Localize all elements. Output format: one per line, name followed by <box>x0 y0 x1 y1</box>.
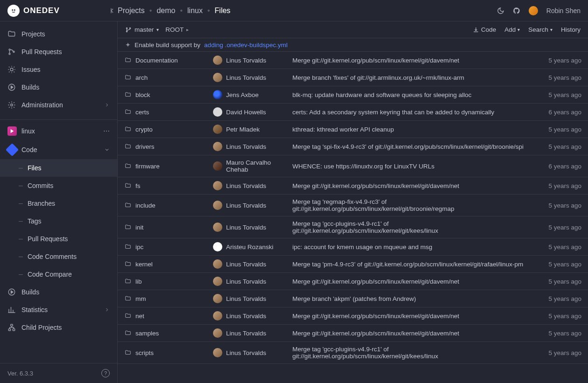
commit-time: 5 years ago <box>537 216 588 238</box>
file-table: Documentation Linus Torvalds Merge git:/… <box>118 52 588 364</box>
sidebar-item-projects[interactable]: Projects <box>0 25 117 43</box>
commit-message-link[interactable]: WHENCE: use https://linuxtv.org for Linu… <box>292 163 434 170</box>
history-button[interactable]: History <box>561 26 581 33</box>
folder-icon <box>124 313 132 319</box>
commit-time: 5 years ago <box>537 52 588 69</box>
author-link[interactable]: Linus Torvalds <box>213 201 279 210</box>
folder-link[interactable]: drivers <box>124 143 200 150</box>
commit-message-link[interactable]: Merge git://git.kernel.org/pub/scm/linux… <box>292 278 459 285</box>
sidebar-item-files[interactable]: – Files <box>0 159 117 177</box>
folder-icon <box>124 182 132 189</box>
author-link[interactable]: Linus Torvalds <box>213 277 279 286</box>
add-button[interactable]: Add ▾ <box>504 26 520 33</box>
breadcrumb-demo[interactable]: demo <box>156 7 175 15</box>
commit-message-link[interactable]: Merge git://git.kernel.org/pub/scm/linux… <box>292 182 459 189</box>
user-name[interactable]: Robin Shen <box>546 7 581 14</box>
commit-message-link[interactable]: Merge tag 'gcc-plugins-v4.9-rc1' of git:… <box>292 220 438 234</box>
folder-link[interactable]: certs <box>124 109 200 116</box>
commit-message-link[interactable]: Merge tag 'pm-4.9-rc3' of git://git.kern… <box>292 261 523 268</box>
commit-message-link[interactable]: Merge git://git.kernel.org/pub/scm/linux… <box>292 313 459 320</box>
sidebar-toggle-icon[interactable] <box>106 5 118 16</box>
folder-link[interactable]: crypto <box>124 126 200 133</box>
github-icon[interactable] <box>513 7 520 14</box>
folder-link[interactable]: samples <box>124 330 200 337</box>
bug-icon <box>7 65 16 74</box>
commit-message-link[interactable]: Merge tag 'regmap-fix-v4.9-rc3' of git:/… <box>292 198 454 212</box>
author-link[interactable]: Petr Mladek <box>213 125 279 134</box>
author-link[interactable]: Aristeu Rozanski <box>213 242 279 251</box>
commit-message-link[interactable]: Merge branch 'akpm' (patches from Andrew… <box>292 295 416 302</box>
branch-selector[interactable]: master ▾ <box>125 26 159 33</box>
author-link[interactable]: Linus Torvalds <box>213 56 279 65</box>
commit-message-link[interactable]: certs: Add a secondary system keyring th… <box>292 109 494 116</box>
folder-link[interactable]: scripts <box>124 349 200 356</box>
user-avatar[interactable] <box>529 6 538 15</box>
download-code-button[interactable]: Code <box>473 26 496 33</box>
chevron-down-icon: ▾ <box>156 27 159 32</box>
brand-logo[interactable] <box>7 5 20 17</box>
folder-link[interactable]: ipc <box>124 244 200 251</box>
folder-link[interactable]: fs <box>124 182 200 189</box>
author-link[interactable]: Linus Torvalds <box>213 311 279 320</box>
sidebar-item-builds[interactable]: Builds <box>0 78 117 96</box>
folder-link[interactable]: Documentation <box>124 57 200 64</box>
folder-link[interactable]: mm <box>124 295 200 302</box>
add-buildspec-link[interactable]: adding .onedev-buildspec.yml <box>204 42 288 49</box>
breadcrumb-linux[interactable]: linux <box>187 7 203 15</box>
author-link[interactable]: Linus Torvalds <box>213 348 279 357</box>
author-link[interactable]: Linus Torvalds <box>213 328 279 338</box>
author-link[interactable]: Jens Axboe <box>213 90 279 99</box>
theme-toggle-icon[interactable] <box>497 7 504 14</box>
author-link[interactable]: Linus Torvalds <box>213 73 279 82</box>
author-link[interactable]: Linus Torvalds <box>213 259 279 269</box>
folder-icon <box>124 278 132 285</box>
project-more-icon[interactable]: ⋯ <box>103 127 110 135</box>
folder-link[interactable]: lib <box>124 278 200 285</box>
author-link[interactable]: Mauro Carvalho Chehab <box>213 159 279 173</box>
sidebar-item-code-comments[interactable]: – Code Comments <box>0 248 117 265</box>
folder-icon <box>124 57 132 63</box>
folder-icon <box>124 143 132 150</box>
commit-message-link[interactable]: Merge tag 'gcc-plugins-v4.9-rc1' of git:… <box>292 346 438 360</box>
sidebar-code-header[interactable]: Code <box>0 140 117 159</box>
sidebar-item-statistics[interactable]: Statistics <box>0 301 117 319</box>
folder-link[interactable]: arch <box>124 74 200 81</box>
commit-message-link[interactable]: Merge git://git.kernel.org/pub/scm/linux… <box>292 330 459 337</box>
breadcrumb-projects[interactable]: Projects <box>118 7 145 15</box>
svg-point-0 <box>10 7 17 14</box>
sidebar-item-issues[interactable]: Issues <box>0 61 117 78</box>
sidebar-item-code-compare[interactable]: – Code Compare <box>0 265 117 283</box>
commit-time: 5 years ago <box>537 69 588 86</box>
commit-message-link[interactable]: Merge branch 'fixes' of git://git.armlin… <box>292 74 464 81</box>
path-root[interactable]: ROOT ▸ <box>165 26 189 33</box>
sidebar-item-builds[interactable]: Builds <box>0 283 117 301</box>
commit-message-link[interactable]: blk-mq: update hardware and software que… <box>292 91 471 98</box>
sidebar-item-branches[interactable]: – Branches <box>0 195 117 212</box>
folder-link[interactable]: init <box>124 224 200 231</box>
folder-link[interactable]: include <box>124 202 200 209</box>
commit-message-link[interactable]: Merge git://git.kernel.org/pub/scm/linux… <box>292 57 459 64</box>
author-link[interactable]: Linus Torvalds <box>213 223 279 232</box>
folder-link[interactable]: kernel <box>124 261 200 268</box>
sidebar-item-commits[interactable]: – Commits <box>0 177 117 195</box>
sidebar-item-pull-requests[interactable]: Pull Requests <box>0 43 117 61</box>
folder-link[interactable]: net <box>124 313 200 320</box>
sidebar-item-pull-requests[interactable]: – Pull Requests <box>0 230 117 248</box>
commit-message-link[interactable]: ipc: account for kmem usage on mqueue an… <box>292 244 432 251</box>
sidebar-item-administration[interactable]: Administration <box>0 96 117 114</box>
help-icon[interactable]: ? <box>101 369 110 377</box>
folder-link[interactable]: block <box>124 91 200 98</box>
sidebar-item-child-projects[interactable]: Child Projects <box>0 319 117 336</box>
sidebar-project-header[interactable]: linux ⋯ <box>0 122 117 140</box>
commit-message-link[interactable]: kthread: kthread worker API cleanup <box>292 126 394 133</box>
author-link[interactable]: Linus Torvalds <box>213 294 279 303</box>
brand-text[interactable]: ONEDEV <box>23 6 60 15</box>
sidebar-item-tags[interactable]: – Tags <box>0 212 117 230</box>
author-link[interactable]: Linus Torvalds <box>213 142 279 151</box>
commit-message-link[interactable]: Merge tag 'spi-fix-v4.9-rc3' of git://gi… <box>292 143 524 150</box>
commit-time: 5 years ago <box>537 273 588 290</box>
search-button[interactable]: Search ▾ <box>528 26 553 33</box>
folder-link[interactable]: firmware <box>124 163 200 170</box>
author-link[interactable]: David Howells <box>213 107 279 117</box>
author-link[interactable]: Linus Torvalds <box>213 181 279 190</box>
